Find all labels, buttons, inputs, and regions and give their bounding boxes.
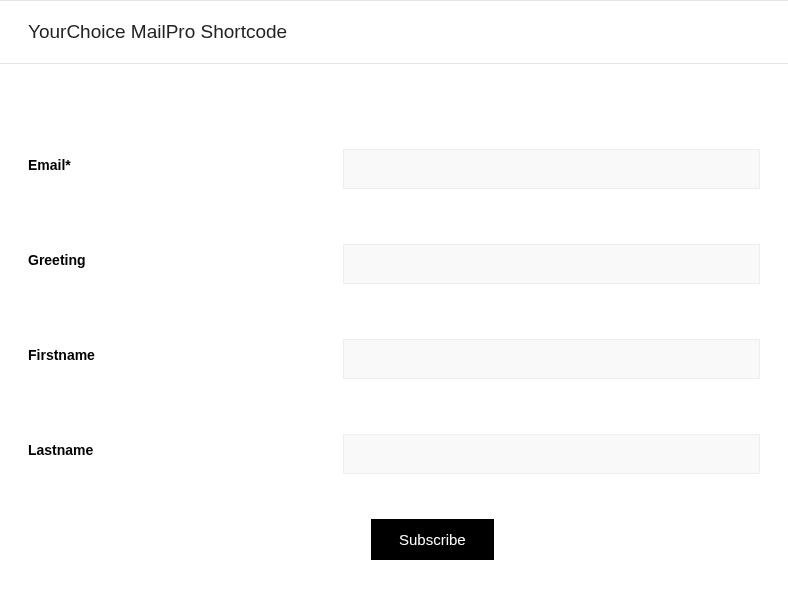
page-title: YourChoice MailPro Shortcode	[28, 21, 788, 43]
form-row-email: Email*	[28, 149, 760, 189]
page-header: YourChoice MailPro Shortcode	[0, 0, 788, 64]
firstname-field[interactable]	[343, 339, 760, 379]
email-label: Email*	[28, 149, 343, 173]
submit-row: Subscribe	[28, 519, 760, 560]
form-row-firstname: Firstname	[28, 339, 760, 379]
form-row-greeting: Greeting	[28, 244, 760, 284]
firstname-label: Firstname	[28, 339, 343, 363]
greeting-label: Greeting	[28, 244, 343, 268]
subscribe-button[interactable]: Subscribe	[371, 519, 494, 560]
email-field[interactable]	[343, 149, 760, 189]
form-row-lastname: Lastname	[28, 434, 760, 474]
lastname-field[interactable]	[343, 434, 760, 474]
greeting-field[interactable]	[343, 244, 760, 284]
subscribe-form: Email* Greeting Firstname Lastname Subsc…	[0, 64, 788, 560]
lastname-label: Lastname	[28, 434, 343, 458]
